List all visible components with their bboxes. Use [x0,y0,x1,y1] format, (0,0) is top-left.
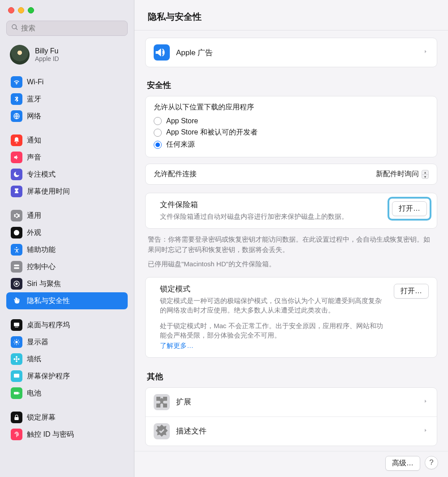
settings-window: Billy Fu Apple ID Wi-Fi蓝牙网络通知声音专注模式屏幕使用时… [0,0,448,477]
radio-icon [154,129,162,137]
hourglass-icon [11,186,22,197]
sidebar-item-hourglass[interactable]: 屏幕使用时间 [6,183,128,200]
sidebar-item-brightness[interactable]: 显示器 [6,334,128,351]
lockdown-card: 锁定模式 锁定模式是一种可选的极端保护模式，仅当你认为个人可能遭受到高度复杂的网… [145,277,437,358]
allow-apps-opt-appstore[interactable]: App Store [154,116,429,126]
security-heading: 安全性 [145,75,437,96]
search-input[interactable] [21,24,123,32]
lockdown-learn-more-link[interactable]: 了解更多… [160,342,388,350]
sidebar-item-label: 隐私与安全性 [27,296,70,306]
search-input-wrap[interactable] [6,21,128,36]
sidebar-item-label: 声音 [27,153,41,162]
profiles-label: 描述文件 [176,426,207,436]
sidebar-item-wifi[interactable]: Wi-Fi [6,74,128,91]
sidebar-item-label: 屏幕保护程序 [27,372,70,381]
screensaver-icon [11,370,22,382]
extensions-label: 扩展 [176,397,191,407]
sidebar-item-label: 电池 [27,389,41,398]
chevron-right-icon [422,48,429,56]
chevron-right-icon [422,398,429,406]
sidebar-item-gear[interactable]: 通用 [6,207,128,224]
sidebar-item-globe[interactable]: 网络 [6,108,128,125]
sidebar-item-battery[interactable]: 电池 [6,385,128,402]
allow-apps-opt-identified[interactable]: App Store 和被认可的开发者 [154,126,429,139]
sidebar-item-label: 网络 [27,112,41,121]
sidebar-item-label: 控制中心 [27,262,56,272]
lock-icon [11,412,22,423]
hand-icon [11,295,22,307]
fingerprint-icon [11,429,22,440]
sidebar-item-sound[interactable]: 声音 [6,149,128,166]
lockdown-desc1: 锁定模式是一种可选的极端保护模式，仅当你认为个人可能遭受到高度复杂的网络攻击时才… [160,296,388,315]
sidebar-item-label: 辅助功能 [27,245,56,255]
sidebar-item-lock[interactable]: 锁定屏幕 [6,409,128,426]
svg-point-12 [16,360,17,362]
svg-point-10 [16,358,17,360]
page-title: 隐私与安全性 [134,0,448,30]
megaphone-icon [154,44,170,61]
footer-bar: 高级… ? [134,451,448,477]
filevault-desc: 文件保险箱通过自动对磁盘内容进行加密来保护磁盘上的数据。 [160,212,384,221]
gear-icon [11,210,22,221]
close-button[interactable] [8,7,14,13]
lockdown-title: 锁定模式 [160,284,388,294]
sidebar-item-screensaver[interactable]: 屏幕保护程序 [6,368,128,385]
allow-apps-opt-anywhere[interactable]: 任何来源 [154,139,429,151]
sidebar-item-desktop[interactable]: 桌面与程序坞 [6,317,128,334]
svg-rect-4 [14,267,19,269]
sidebar-item-label: 通用 [27,211,41,221]
globe-icon [11,110,22,122]
sidebar-item-label: 专注模式 [27,170,56,179]
radio-icon [154,117,162,125]
sidebar-item-appearance[interactable]: 外观 [6,224,128,241]
sidebar-item-label: 蓝牙 [27,95,41,104]
sidebar-item-bell[interactable]: 通知 [6,132,128,149]
avatar [10,45,30,65]
other-card: 扩展 描述文件 [145,387,437,446]
svg-point-13 [13,358,15,360]
sidebar-item-label: 触控 ID 与密码 [27,430,74,439]
advanced-button[interactable]: 高级… [385,456,420,471]
sidebar-item-hand[interactable]: 隐私与安全性 [6,292,128,309]
sidebar-item-siri[interactable]: Siri 与聚焦 [6,275,128,292]
sidebar-item-flower[interactable]: 墙纸 [6,351,128,368]
extensions-row[interactable]: 扩展 [146,388,437,416]
sidebar-item-label: 通知 [27,136,41,145]
puzzle-icon [154,394,170,410]
lockdown-open-button[interactable]: 打开… [394,284,429,299]
svg-rect-17 [19,393,19,394]
sidebar-item-accessibility[interactable]: 辅助功能 [6,241,128,258]
sidebar-item-switches[interactable]: 控制中心 [6,258,128,275]
siri-icon [11,278,22,290]
minimize-button[interactable] [18,7,24,13]
svg-point-2 [16,247,17,248]
up-down-icon: ▴▾ [422,170,429,179]
profiles-row[interactable]: 描述文件 [146,416,437,446]
desktop-icon [11,319,22,331]
svg-point-6 [15,282,17,285]
allow-apps-title: 允许从以下位置下载的应用程序 [154,103,429,112]
svg-rect-18 [14,417,18,420]
sound-icon [11,152,22,163]
moon-icon [11,169,22,180]
fullscreen-button[interactable] [28,7,34,13]
sidebar-item-label: 屏幕使用时间 [27,187,70,196]
sidebar-item-fingerprint[interactable]: 触控 ID 与密码 [6,426,128,443]
sidebar-item-label: Wi-Fi [27,78,43,86]
main-body[interactable]: Apple 广告 安全性 允许从以下位置下载的应用程序 App Store Ap… [134,30,448,451]
sidebar-item-bluetooth[interactable]: 蓝牙 [6,91,128,108]
accessories-select[interactable]: 新配件时询问 ▴▾ [376,169,429,179]
help-button[interactable]: ? [425,456,438,469]
apple-ads-row[interactable]: Apple 广告 [146,38,437,67]
window-controls [0,0,134,18]
filevault-open-button[interactable]: 打开… [392,201,427,216]
svg-point-14 [18,358,20,360]
wifi-icon [11,76,22,88]
account-row[interactable]: Billy Fu Apple ID [0,40,134,71]
accessories-row: 允许配件连接 新配件时询问 ▴▾ [145,164,437,185]
sidebar-item-label: 外观 [27,228,41,238]
sidebar: Billy Fu Apple ID Wi-Fi蓝牙网络通知声音专注模式屏幕使用时… [0,0,134,477]
other-heading: 其他 [145,367,437,387]
badge-icon [154,423,170,439]
sidebar-item-moon[interactable]: 专注模式 [6,166,128,183]
